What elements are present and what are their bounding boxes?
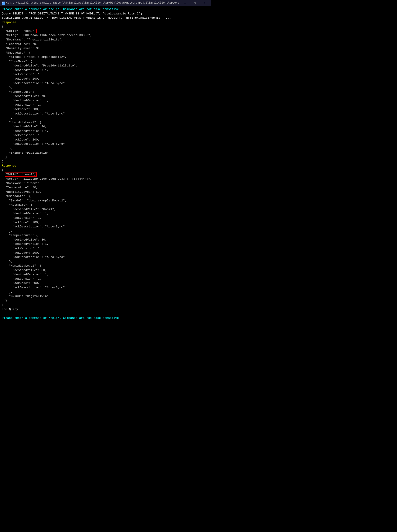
- metadata-room1-close: }: [2, 299, 7, 302]
- title-bar: C# C:\...\digital-twins-samples-master\A…: [0, 0, 211, 6]
- desired-ver-temp: "desiredVersion": 1,: [2, 99, 49, 102]
- maximize-button[interactable]: □: [190, 0, 200, 6]
- close-brace-2: }: [2, 303, 4, 307]
- response2-label: Response:: [2, 164, 209, 168]
- roomname1-meta-open: "RoomName": {: [2, 203, 32, 207]
- ack-code-roomname: "ackCode": 200,: [2, 77, 40, 80]
- ack-desc-humidity: "ackDescription": "Auto-Sync": [2, 142, 65, 146]
- kind-room0: "$kind": "DigitalTwin": [2, 151, 49, 155]
- desired-val-humidity: "desiredValue": 30,: [2, 125, 47, 128]
- end-query-line: End Query: [2, 307, 209, 312]
- dtid-room1-highlighted: "$dtId": "room1",: [2, 173, 36, 176]
- dtid-room0-highlighted: "$dtId": "room0",: [2, 29, 36, 33]
- ack-desc-temp: "ackDescription": "Auto-Sync": [2, 112, 65, 115]
- desired-ver-roomname: "desiredVersion": 1,: [2, 68, 49, 72]
- roomname-meta-open: "RoomName": {: [2, 60, 32, 63]
- desired-val-temp: "desiredValue": 70,: [2, 94, 47, 98]
- model-room0: "$model": "dtmi:example:Room;2",: [2, 55, 67, 59]
- metadata-room0-open: "$metadata": {: [2, 51, 31, 55]
- console-output[interactable]: Please enter a command or 'help'. Comman…: [0, 6, 211, 321]
- open-brace-2: {: [2, 168, 4, 172]
- ack-code-roomname1: "ackCode": 200,: [2, 221, 40, 224]
- window-controls: ─ □ ✕: [180, 0, 209, 6]
- humidity-meta-close: },: [2, 147, 13, 150]
- ack-ver-temp1: "ackVersion": 1,: [2, 247, 41, 250]
- temp-room1: "Temperature": 80,: [2, 186, 38, 189]
- ack-ver-roomname: "ackVersion": 1,: [2, 73, 41, 76]
- roomname-room1: "RoomName": "Room1",: [2, 182, 41, 185]
- ack-code-humidity: "ackCode": 200,: [2, 138, 40, 141]
- etag-room1: "$etag": "1111bbbb-22cc-dddd-ee33-ffffff…: [2, 177, 92, 180]
- metadata-room1-open: "$metadata": {: [2, 195, 31, 198]
- response1-label: Response:: [2, 20, 209, 25]
- etag-room0: "$etag": "0000aaaa-11bb-cccc-dd22-eeeeee…: [2, 34, 92, 37]
- bottom-prompt-line: Please enter a command or 'help'. Comman…: [2, 316, 209, 320]
- desired-ver-humidity1: "desiredVersion": 1,: [2, 273, 49, 276]
- temp1-meta-close: },: [2, 260, 13, 263]
- temp1-meta-open: "Temperature": {: [2, 234, 38, 237]
- humidity1-meta-open: "HumidityLevel": {: [2, 264, 41, 267]
- model-room1: "$model": "dtmi:example:Room;2",: [2, 199, 67, 202]
- desired-ver-humidity: "desiredVersion": 1,: [2, 129, 49, 133]
- ack-ver-temp: "ackVersion": 1,: [2, 103, 41, 106]
- metadata-room0-close: }: [2, 155, 7, 159]
- humidity-meta-open: "HumidityLevel": {: [2, 121, 41, 124]
- open-brace-1: {: [2, 25, 4, 28]
- top-prompt-line: Please enter a command or 'help'. Comman…: [2, 7, 209, 12]
- response2-block: { "$dtId": "room1", "$etag": "1111bbbb-2…: [2, 168, 209, 307]
- title-bar-path: C:\...\digital-twins-samples-master\AdtS…: [6, 1, 180, 5]
- humidity1-meta-close: },: [2, 290, 13, 294]
- roomname-meta-close: },: [2, 86, 13, 89]
- roomname1-meta-close: },: [2, 229, 13, 233]
- kind-room1: "$kind": "DigitalTwin": [2, 295, 49, 298]
- close-brace-1: }: [2, 160, 4, 163]
- app-icon: C#: [2, 1, 5, 5]
- ack-code-temp: "ackCode": 200,: [2, 108, 40, 111]
- ack-ver-roomname1: "ackVersion": 1,: [2, 216, 41, 220]
- submitting-line: Submitting query: SELECT * FROM DIGITALT…: [2, 16, 209, 20]
- desired-ver-roomname1: "desiredVersion": 1,: [2, 212, 49, 215]
- response1-block: { "$dtId": "room0", "$etag": "0000aaaa-1…: [2, 25, 209, 164]
- ack-ver-humidity1: "ackVersion": 1,: [2, 277, 41, 281]
- ack-desc-humidity1: "ackDescription": "Auto-Sync": [2, 286, 65, 289]
- ack-code-temp1: "ackCode": 200,: [2, 251, 40, 254]
- temp-room0: "Temperature": 70,: [2, 43, 38, 46]
- temp-meta-close: },: [2, 116, 13, 120]
- desired-val-roomname: "desiredValue": "PresidentialSuite",: [2, 64, 77, 67]
- temp-meta-open: "Temperature": {: [2, 90, 38, 94]
- desired-ver-temp1: "desiredVersion": 1,: [2, 242, 49, 246]
- desired-val-temp1: "desiredValue": 80,: [2, 238, 47, 241]
- ack-code-humidity1: "ackCode": 200,: [2, 281, 40, 285]
- desired-val-roomname1: "desiredValue": "Room1",: [2, 208, 56, 211]
- humidity-room1: "HumidityLevel": 60,: [2, 190, 41, 194]
- query-input-line: Query SELECT * FROM DIGITALTWINS T WHERE…: [2, 12, 209, 16]
- desired-val-humidity1: "desiredValue": 60,: [2, 269, 47, 272]
- ack-desc-temp1: "ackDescription": "Auto-Sync": [2, 255, 65, 259]
- minimize-button[interactable]: ─: [180, 0, 190, 6]
- ack-ver-humidity: "ackVersion": 1,: [2, 134, 41, 137]
- terminal-window: C# C:\...\digital-twins-samples-master\A…: [0, 0, 211, 321]
- humidity-room0: "HumidityLevel": 30,: [2, 47, 41, 50]
- roomname-room0: "RoomName": "PresidentialSuite",: [2, 38, 63, 41]
- close-button[interactable]: ✕: [200, 0, 209, 6]
- ack-desc-roomname: "ackDescription": "Auto-Sync": [2, 82, 65, 85]
- ack-desc-roomname1: "ackDescription": "Auto-Sync": [2, 225, 65, 228]
